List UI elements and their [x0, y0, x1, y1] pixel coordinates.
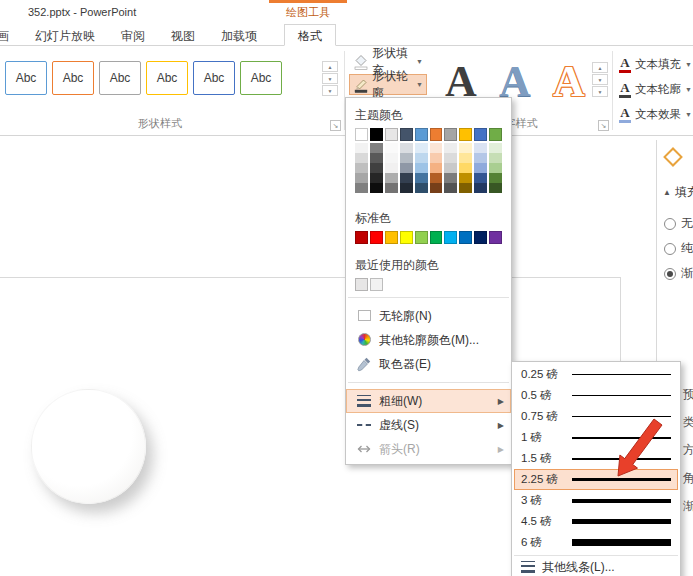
line-weight-item[interactable]: 4.5 磅: [514, 511, 678, 532]
recent-color-swatch[interactable]: [355, 278, 368, 291]
fill-section-header[interactable]: ▲ 填充: [663, 184, 693, 201]
theme-tint-swatch[interactable]: [415, 153, 428, 163]
theme-tint-swatch[interactable]: [444, 173, 457, 183]
fill-option-radio[interactable]: 纯: [664, 240, 693, 257]
theme-tint-swatch[interactable]: [355, 153, 368, 163]
theme-tint-swatch[interactable]: [370, 153, 383, 163]
line-weight-item[interactable]: 3 磅: [514, 490, 678, 511]
theme-tint-swatch[interactable]: [459, 143, 472, 153]
theme-tint-swatch[interactable]: [430, 143, 443, 153]
theme-tint-swatch[interactable]: [355, 163, 368, 173]
wordart-style-3[interactable]: A: [545, 53, 593, 109]
theme-tint-swatch[interactable]: [370, 143, 383, 153]
shape-style-thumbnail[interactable]: Abc: [193, 61, 235, 95]
fill-and-line-icon[interactable]: [663, 147, 683, 167]
standard-color-swatch[interactable]: [355, 231, 368, 244]
gallery-more-icon[interactable]: ▼: [592, 86, 608, 97]
fill-option-radio[interactable]: 无: [664, 215, 693, 232]
standard-color-swatch[interactable]: [400, 231, 413, 244]
shape-style-thumbnail[interactable]: Abc: [5, 61, 47, 95]
gallery-scroll-down-icon[interactable]: ▼: [322, 73, 338, 84]
theme-tint-swatch[interactable]: [385, 153, 398, 163]
standard-color-swatch[interactable]: [385, 231, 398, 244]
theme-tint-swatch[interactable]: [444, 183, 457, 193]
weight-menu-item[interactable]: 粗细(W)▶: [346, 389, 511, 413]
ribbon-tab[interactable]: 审阅: [108, 24, 158, 45]
gallery-more-icon[interactable]: ▼: [322, 85, 338, 96]
theme-tint-swatch[interactable]: [415, 163, 428, 173]
theme-tint-swatch[interactable]: [400, 183, 413, 193]
theme-tint-swatch[interactable]: [444, 153, 457, 163]
theme-color-swatch[interactable]: [385, 128, 398, 141]
eyedropper-menu-item[interactable]: 取色器(E): [346, 352, 511, 376]
theme-tint-swatch[interactable]: [430, 163, 443, 173]
ribbon-tab[interactable]: 幻灯片放映: [22, 24, 108, 45]
shape-outline-button[interactable]: 形状轮廓 ▼: [349, 74, 427, 95]
line-weight-item[interactable]: 6 磅: [514, 532, 678, 553]
theme-tint-swatch[interactable]: [489, 153, 502, 163]
dialog-launcher-icon[interactable]: ↘: [598, 120, 609, 131]
theme-tint-swatch[interactable]: [370, 183, 383, 193]
standard-color-swatch[interactable]: [444, 231, 457, 244]
theme-tint-swatch[interactable]: [459, 163, 472, 173]
standard-color-swatch[interactable]: [489, 231, 502, 244]
standard-color-swatch[interactable]: [370, 231, 383, 244]
theme-tint-swatch[interactable]: [415, 183, 428, 193]
theme-tint-swatch[interactable]: [415, 143, 428, 153]
shape-style-thumbnail[interactable]: Abc: [99, 61, 141, 95]
ribbon-tab[interactable]: 加载项: [208, 24, 270, 45]
standard-color-swatch[interactable]: [459, 231, 472, 244]
theme-tint-swatch[interactable]: [385, 163, 398, 173]
theme-tint-swatch[interactable]: [370, 173, 383, 183]
line-weight-item[interactable]: 0.5 磅: [514, 385, 678, 406]
theme-tint-swatch[interactable]: [400, 143, 413, 153]
standard-color-swatch[interactable]: [474, 231, 487, 244]
text-effects-button[interactable]: A文本效果▼: [618, 102, 693, 127]
theme-tint-swatch[interactable]: [430, 153, 443, 163]
fill-option-radio[interactable]: 渐: [664, 265, 693, 282]
text-fill-button[interactable]: A文本填充▼: [618, 52, 693, 77]
more-lines-item[interactable]: 其他线条(L)...: [514, 555, 678, 576]
theme-tint-swatch[interactable]: [415, 173, 428, 183]
theme-color-swatch[interactable]: [444, 128, 457, 141]
more-colors-menu-item[interactable]: 其他轮廓颜色(M)...: [346, 328, 511, 352]
theme-color-swatch[interactable]: [474, 128, 487, 141]
no-outline-menu-item[interactable]: 无轮廓(N): [346, 304, 511, 328]
gallery-scroll-up-icon[interactable]: ▲: [592, 62, 608, 73]
standard-color-swatch[interactable]: [415, 231, 428, 244]
theme-color-swatch[interactable]: [415, 128, 428, 141]
ribbon-tab[interactable]: 画: [0, 24, 22, 45]
theme-color-swatch[interactable]: [400, 128, 413, 141]
theme-tint-swatch[interactable]: [474, 143, 487, 153]
shape-style-thumbnail[interactable]: Abc: [52, 61, 94, 95]
theme-color-swatch[interactable]: [355, 128, 368, 141]
theme-color-swatch[interactable]: [430, 128, 443, 141]
theme-color-swatch[interactable]: [370, 128, 383, 141]
theme-tint-swatch[interactable]: [444, 143, 457, 153]
theme-tint-swatch[interactable]: [459, 173, 472, 183]
shape-style-thumbnail[interactable]: Abc: [240, 61, 282, 95]
standard-color-swatch[interactable]: [430, 231, 443, 244]
ribbon-tab-format[interactable]: 格式: [284, 24, 336, 46]
theme-tint-swatch[interactable]: [489, 173, 502, 183]
theme-tint-swatch[interactable]: [459, 183, 472, 193]
theme-tint-swatch[interactable]: [400, 153, 413, 163]
theme-tint-swatch[interactable]: [355, 183, 368, 193]
theme-color-swatch[interactable]: [459, 128, 472, 141]
theme-tint-swatch[interactable]: [385, 183, 398, 193]
text-outline-button[interactable]: A文本轮廓▼: [618, 77, 693, 102]
theme-tint-swatch[interactable]: [430, 183, 443, 193]
theme-tint-swatch[interactable]: [474, 153, 487, 163]
theme-tint-swatch[interactable]: [489, 163, 502, 173]
theme-tint-swatch[interactable]: [474, 163, 487, 173]
recent-color-swatch[interactable]: [370, 278, 383, 291]
theme-tint-swatch[interactable]: [400, 163, 413, 173]
theme-tint-swatch[interactable]: [400, 173, 413, 183]
theme-tint-swatch[interactable]: [489, 183, 502, 193]
dashes-menu-item[interactable]: 虚线(S)▶: [346, 413, 511, 437]
theme-tint-swatch[interactable]: [355, 173, 368, 183]
line-weight-item[interactable]: 0.25 磅: [514, 364, 678, 385]
gallery-scroll-up-icon[interactable]: ▲: [322, 61, 338, 72]
ribbon-tab[interactable]: 视图: [158, 24, 208, 45]
theme-tint-swatch[interactable]: [385, 173, 398, 183]
